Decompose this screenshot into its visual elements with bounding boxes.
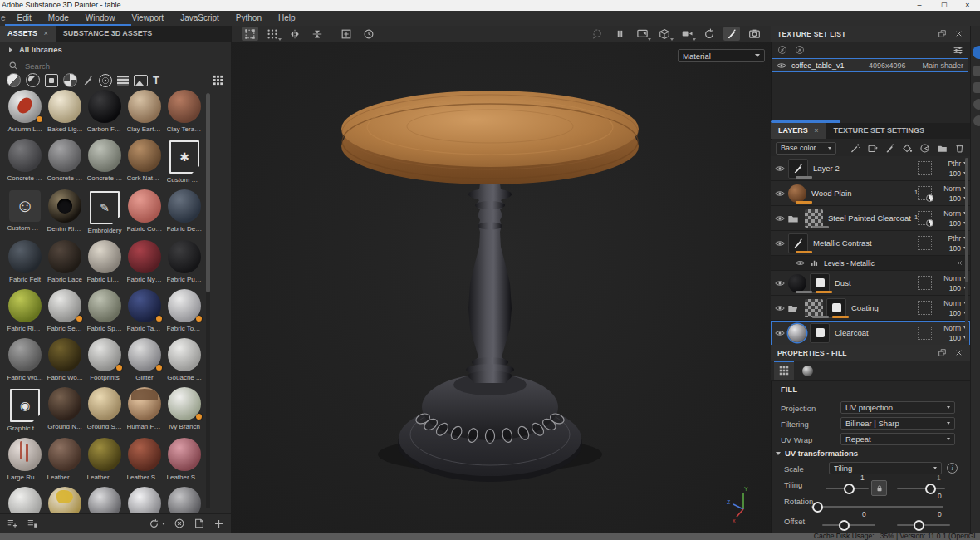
layer-thumbnail[interactable] bbox=[805, 299, 823, 317]
tab-fill-properties[interactable] bbox=[774, 361, 794, 380]
add-effect-icon[interactable] bbox=[850, 143, 860, 154]
asset-item[interactable]: Leather Su... bbox=[167, 438, 203, 481]
tab-assets[interactable]: ASSETS × bbox=[0, 26, 56, 42]
asset-item[interactable]: Clay Terac... bbox=[167, 90, 203, 133]
layer-row[interactable]: CoatingNorm100 bbox=[771, 296, 970, 321]
layers-scrollbar-thumb[interactable] bbox=[965, 158, 968, 282]
asset-thumbnail[interactable] bbox=[8, 487, 42, 513]
add-asset-icon[interactable] bbox=[213, 518, 224, 529]
camera-view-button[interactable] bbox=[679, 27, 695, 41]
layer-row[interactable]: ClearcoatNorm100 bbox=[771, 321, 970, 345]
opacity-select[interactable]: 100 bbox=[935, 169, 967, 178]
search-input[interactable] bbox=[23, 61, 176, 71]
assets-scrollbar-track[interactable] bbox=[206, 93, 210, 508]
add-smart-material-icon[interactable] bbox=[919, 143, 930, 154]
asset-item[interactable]: Ivy Branch bbox=[167, 387, 203, 432]
asset-item[interactable]: Concrete A... bbox=[7, 139, 43, 184]
scale-select[interactable]: Tiling bbox=[829, 462, 942, 474]
asset-item[interactable]: Footprints bbox=[87, 338, 123, 381]
asset-thumbnail[interactable] bbox=[8, 90, 42, 123]
asset-thumbnail[interactable] bbox=[88, 387, 121, 420]
asset-item[interactable]: ✎Embroidery bbox=[87, 189, 123, 234]
close-button[interactable]: × bbox=[957, 0, 978, 11]
filter-fonts-icon[interactable]: T bbox=[153, 75, 159, 86]
tiling-y-slider[interactable] bbox=[897, 488, 945, 489]
asset-thumbnail[interactable] bbox=[168, 90, 201, 123]
asset-thumbnail[interactable] bbox=[168, 438, 201, 471]
asset-thumbnail[interactable] bbox=[128, 487, 161, 513]
mask-placeholder[interactable] bbox=[918, 301, 932, 315]
asset-item[interactable]: Concrete C... bbox=[47, 139, 83, 184]
eye-icon[interactable] bbox=[777, 61, 786, 71]
selection-grid-tool[interactable] bbox=[242, 27, 258, 41]
eye-icon[interactable] bbox=[775, 328, 785, 338]
tab-layers[interactable]: LAYERS × bbox=[771, 123, 826, 139]
folder-open-icon[interactable] bbox=[787, 302, 799, 314]
asset-thumbnail[interactable] bbox=[48, 90, 81, 123]
asset-item[interactable]: Fabric Tarp... bbox=[127, 289, 163, 332]
rotate-camera-tool[interactable] bbox=[701, 27, 718, 41]
filter-brushes-icon[interactable] bbox=[82, 75, 94, 86]
asset-thumbnail[interactable] bbox=[8, 240, 42, 273]
mask-placeholder[interactable]: 1 bbox=[918, 211, 932, 225]
eye-icon[interactable] bbox=[775, 303, 785, 313]
remove-effect-icon[interactable] bbox=[956, 259, 963, 267]
asset-item[interactable]: Carbon Fiber bbox=[87, 90, 123, 133]
asset-item[interactable]: Fabric Lace bbox=[47, 240, 83, 283]
add-group-icon[interactable] bbox=[937, 143, 948, 154]
mask-placeholder[interactable] bbox=[918, 276, 932, 290]
tiling-x-slider[interactable] bbox=[826, 488, 869, 489]
delete-layer-icon[interactable] bbox=[954, 143, 965, 154]
search-bar[interactable] bbox=[8, 59, 223, 72]
asset-thumbnail[interactable] bbox=[128, 438, 161, 471]
asset-item[interactable]: Leather Gr... bbox=[47, 438, 83, 481]
filter-smart-materials-icon[interactable] bbox=[26, 73, 40, 87]
shelf-display-settings-icon[interactable] bbox=[973, 46, 980, 59]
slider-handle[interactable] bbox=[914, 520, 924, 531]
asset-item[interactable]: Fabric Cott... bbox=[127, 189, 163, 234]
asset-thumbnail[interactable] bbox=[8, 338, 42, 371]
filter-smart-masks-icon[interactable] bbox=[45, 74, 58, 87]
grid-view-icon[interactable] bbox=[212, 74, 224, 86]
add-paint-layer-icon[interactable] bbox=[884, 143, 895, 154]
show-all-sets-icon[interactable] bbox=[777, 45, 787, 55]
asset-thumbnail[interactable] bbox=[48, 289, 81, 322]
asset-item[interactable]: Fabric Puc... bbox=[167, 240, 203, 283]
shelf-shader-settings-icon[interactable] bbox=[973, 66, 980, 76]
asset-thumbnail[interactable] bbox=[168, 289, 201, 322]
asset-item[interactable]: Fabric Top... bbox=[167, 289, 203, 332]
asset-thumbnail[interactable] bbox=[168, 240, 201, 273]
asset-item[interactable]: Glitter bbox=[127, 338, 163, 381]
slider-handle[interactable] bbox=[925, 484, 936, 494]
asset-thumbnail[interactable] bbox=[128, 289, 161, 322]
asset-item[interactable]: Metal Brus... bbox=[87, 487, 123, 513]
asset-item[interactable]: Fabric Spa... bbox=[87, 289, 123, 332]
filter-materials-icon[interactable] bbox=[7, 73, 21, 87]
asset-item[interactable]: Leather Skin bbox=[127, 438, 163, 481]
layer-effect-row[interactable]: Levels - Metallic bbox=[771, 256, 970, 271]
layer-thumbnail[interactable] bbox=[805, 209, 823, 228]
asset-thumbnail[interactable] bbox=[168, 387, 201, 420]
tab-material-properties[interactable] bbox=[797, 361, 817, 380]
offset-x-slider[interactable] bbox=[822, 524, 875, 526]
asset-item[interactable]: Autumn L... bbox=[7, 90, 43, 133]
layer-row[interactable]: Steel Painted Clearcoat1Norm100 bbox=[771, 206, 970, 231]
paint-tool[interactable] bbox=[723, 27, 740, 41]
asset-thumbnail[interactable] bbox=[128, 189, 161, 223]
asset-item[interactable]: Metal Foil bbox=[127, 487, 163, 513]
menu-item-python[interactable]: Python bbox=[228, 11, 270, 26]
viewport-material-select[interactable]: Material bbox=[678, 49, 765, 62]
rotation-slider[interactable] bbox=[811, 506, 943, 508]
asset-item[interactable]: Marble Vei... bbox=[7, 487, 43, 513]
blend-mode-select[interactable]: Norm bbox=[935, 324, 967, 332]
menu-item-javascript[interactable]: JavaScript bbox=[172, 11, 228, 26]
filtering-select[interactable]: Bilinear | Sharp bbox=[840, 417, 955, 430]
layer-row[interactable]: Wood Plain1Norm100 bbox=[771, 181, 970, 206]
layer-thumbnail[interactable] bbox=[788, 233, 808, 253]
opacity-select[interactable]: 100 bbox=[935, 244, 967, 253]
asset-item[interactable]: Concrete C... bbox=[87, 139, 123, 184]
texture-set-filter-icon[interactable] bbox=[953, 45, 963, 56]
asset-thumbnail[interactable] bbox=[88, 338, 121, 371]
asset-thumbnail[interactable] bbox=[8, 438, 42, 471]
layer-row[interactable]: Metallic ContrastPthr100 bbox=[771, 231, 970, 256]
